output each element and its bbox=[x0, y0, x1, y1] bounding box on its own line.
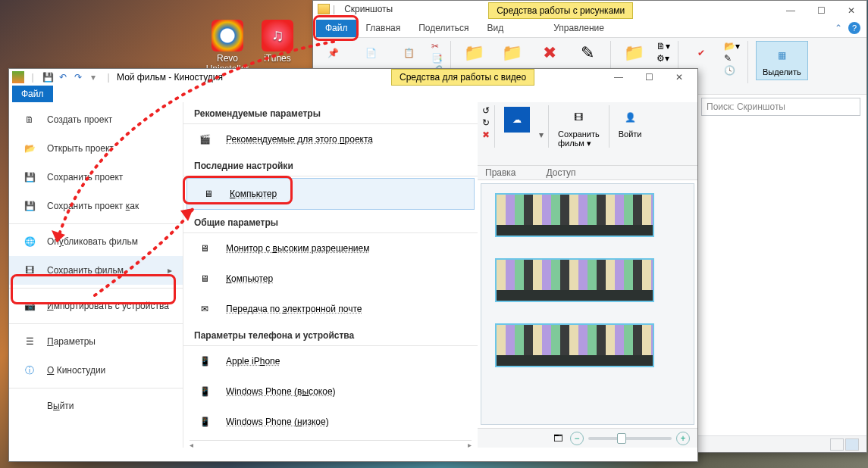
search-placeholder: Поиск: Скриншоты bbox=[707, 101, 785, 112]
tab-view[interactable]: Вид bbox=[478, 20, 512, 37]
qat-sep: | bbox=[333, 4, 335, 14]
maximize-button[interactable]: ☐ bbox=[806, 2, 836, 19]
timeline-clip[interactable] bbox=[495, 258, 654, 302]
tab-file[interactable]: Файл bbox=[316, 20, 357, 37]
ribbon-move-button[interactable]: 📁 bbox=[459, 41, 489, 65]
folder-icon bbox=[318, 4, 330, 14]
contextual-tab-label: Средства работы с рисунками bbox=[488, 2, 633, 19]
ribbon-collapse-icon[interactable]: ⌃ bbox=[835, 23, 842, 33]
menu-save-project-as[interactable]: 💾Сохранить проект как bbox=[9, 192, 183, 220]
opt-apple-iphone[interactable]: 📱Apple iPhone bbox=[183, 346, 478, 376]
cut-icon[interactable]: ✂ bbox=[431, 41, 443, 51]
zoom-slider[interactable] bbox=[588, 437, 672, 440]
desktop-icon-itunes[interactable]: ♫ iTunes bbox=[255, 20, 300, 64]
ribbon-pin-button[interactable]: 📌 bbox=[318, 41, 348, 65]
zoom-out-button[interactable]: − bbox=[570, 432, 584, 445]
new-item-icon[interactable]: 🗎▾ bbox=[656, 41, 670, 51]
menu-save-movie[interactable]: 🎞Сохранить фильм▸ bbox=[9, 256, 183, 285]
ribbon-delete-button[interactable]: ✖ bbox=[534, 41, 565, 65]
menu-open-project[interactable]: 📂Открыть проект bbox=[9, 134, 183, 163]
opt-email[interactable]: ✉Передача по электронной почте bbox=[183, 294, 478, 324]
window-title: Скриншоты bbox=[344, 4, 393, 14]
menu-publish-movie[interactable]: 🌐Опубликовать фильм bbox=[9, 223, 183, 256]
view-icons-button[interactable] bbox=[845, 438, 859, 451]
desktop-icon-revo[interactable]: Revo Uninstaller bbox=[205, 20, 250, 74]
close-button[interactable]: ✕ bbox=[664, 69, 694, 86]
ribbon-paste-button[interactable]: 📋 bbox=[393, 41, 424, 65]
submenu-recent-header: Последние настройки bbox=[183, 154, 478, 176]
app-icon bbox=[12, 71, 24, 83]
menu-import[interactable]: 📷Импортировать с устройства bbox=[9, 288, 183, 320]
redo-icon[interactable]: ↷ bbox=[71, 70, 85, 84]
tab-home[interactable]: Главная bbox=[357, 20, 410, 37]
ribbon-properties-button[interactable]: ✔ bbox=[686, 41, 716, 65]
save-icon[interactable]: 💾 bbox=[41, 70, 55, 84]
submenu-common-header: Общие параметры bbox=[183, 211, 478, 233]
ribbon-login-button[interactable]: 👤Войти bbox=[614, 105, 647, 140]
timeline-clip[interactable] bbox=[495, 323, 654, 367]
ribbon-save-movie-button[interactable]: 🎞Сохранить фильм ▾ bbox=[553, 105, 604, 150]
ribbon-select-button[interactable]: ▦ Выделить bbox=[756, 41, 808, 80]
help-icon[interactable]: ? bbox=[848, 22, 860, 34]
select-label: Выделить bbox=[763, 67, 801, 76]
scroll-left-icon[interactable]: ◂ bbox=[190, 441, 193, 448]
opt-recommended-project[interactable]: 🎬Рекомендуемые для этого проекта bbox=[183, 124, 478, 154]
search-input[interactable]: Поиск: Скриншоты bbox=[701, 98, 860, 116]
timeline-clip[interactable] bbox=[495, 193, 654, 237]
submenu-recommended-header: Рекомендуемые параметры bbox=[183, 102, 478, 124]
gallery-more-icon[interactable]: ▾ bbox=[539, 129, 544, 140]
scroll-right-icon[interactable]: ▸ bbox=[468, 441, 472, 448]
save-movie-submenu: Рекомендуемые параметры 🎬Рекомендуемые д… bbox=[183, 102, 478, 448]
qat-customize-icon[interactable]: ▾ bbox=[86, 70, 100, 84]
ribbon-onedrive-button[interactable]: ☁ bbox=[500, 105, 534, 134]
ribbon-rename-button[interactable]: ✎ bbox=[572, 41, 603, 65]
menu-settings[interactable]: ☰Параметры bbox=[9, 323, 183, 356]
tab-manage[interactable]: Управление bbox=[544, 20, 613, 37]
submenu-arrow-icon: ▸ bbox=[168, 265, 172, 276]
close-button[interactable]: ✕ bbox=[836, 2, 866, 19]
ribbon-group-access-label: Доступ bbox=[547, 167, 576, 178]
qat-sep: | bbox=[26, 70, 39, 84]
tab-share[interactable]: Поделиться bbox=[409, 20, 478, 37]
history-icon[interactable]: 🕓 bbox=[724, 65, 740, 76]
rotate-right-icon[interactable]: ↻ bbox=[482, 117, 490, 128]
contextual-tab-label: Средства для работы с видео bbox=[391, 69, 534, 86]
open-icon[interactable]: 📂▾ bbox=[724, 41, 740, 51]
opt-hd-monitor[interactable]: 🖥Монитор с высоким разрешением bbox=[183, 233, 478, 264]
tab-file[interactable]: Файл bbox=[12, 86, 53, 103]
menu-exit[interactable]: Выйти bbox=[9, 388, 183, 420]
edit-icon[interactable]: ✎ bbox=[724, 53, 740, 64]
qat-sep: | bbox=[102, 70, 115, 84]
moviemaker-window: | 💾 ↶ ↷ ▾ | Мой фильм - Киностудия Средс… bbox=[8, 68, 698, 462]
file-menu-left: 🗎Создать проект 📂Открыть проект 💾Сохрани… bbox=[9, 102, 183, 448]
opt-windows-phone-low[interactable]: 📱Windows Phone (низкое) bbox=[183, 407, 478, 437]
menu-create-project[interactable]: 🗎Создать проект bbox=[9, 105, 183, 134]
ribbon-copy-to-button[interactable]: 📁 bbox=[497, 41, 527, 65]
rotate-left-icon[interactable]: ↺ bbox=[482, 105, 490, 116]
thumbnails-size-icon[interactable]: 🗔 bbox=[553, 433, 562, 444]
menu-about[interactable]: ⓘО Киностудии bbox=[9, 356, 183, 385]
desktop-icon-label: iTunes bbox=[264, 53, 291, 64]
ribbon-new-folder-button[interactable]: 📁 bbox=[619, 41, 649, 65]
zoom-in-button[interactable]: + bbox=[676, 432, 690, 445]
window-title: Мой фильм - Киностудия bbox=[117, 72, 223, 83]
copypath-icon[interactable]: 📑 bbox=[431, 53, 443, 64]
opt-recent-computer[interactable]: 🖥Компьютер bbox=[186, 178, 475, 210]
view-details-button[interactable] bbox=[830, 438, 844, 451]
easy-access-icon[interactable]: ⚙▾ bbox=[656, 53, 670, 64]
minimize-button[interactable]: — bbox=[603, 69, 634, 86]
delete-icon[interactable]: ✖ bbox=[482, 129, 490, 140]
opt-computer[interactable]: 🖥Компьютер bbox=[183, 264, 478, 294]
minimize-button[interactable]: — bbox=[776, 2, 806, 19]
ribbon-copy-button[interactable]: 📄 bbox=[356, 41, 386, 65]
undo-icon[interactable]: ↶ bbox=[56, 70, 70, 84]
menu-save-project[interactable]: 💾Сохранить проект bbox=[9, 163, 183, 192]
submenu-phone-header: Параметры телефона и устройства bbox=[183, 324, 478, 346]
opt-windows-phone-high[interactable]: 📱Windows Phone (высокое) bbox=[183, 376, 478, 407]
ribbon-group-edit-label: Правка bbox=[485, 167, 516, 178]
maximize-button[interactable]: ☐ bbox=[634, 69, 664, 86]
